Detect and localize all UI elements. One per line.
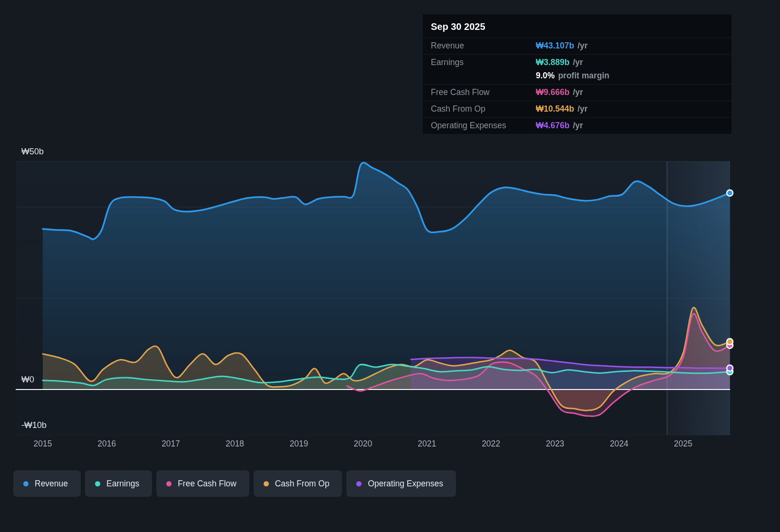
tooltip-row-value: ₩10.544b — [536, 104, 574, 114]
tooltip-row-label: Free Cash Flow — [431, 87, 536, 97]
x-axis-label: 2022 — [482, 439, 500, 449]
x-axis-label: 2016 — [97, 439, 116, 449]
tooltip-rows: Revenue₩43.107b/yrEarnings₩3.889b/yr9.0%… — [423, 38, 732, 134]
y-axis-label: ₩0 — [21, 375, 34, 385]
tooltip-row-cash-from-op: Cash From Op₩10.544b/yr — [423, 101, 732, 117]
x-axis-label: 2015 — [34, 439, 52, 449]
earnings-dot-icon — [95, 481, 100, 486]
legend: RevenueEarningsFree Cash FlowCash From O… — [13, 470, 456, 497]
x-axis-label: 2021 — [418, 439, 436, 449]
tooltip-row-operating-expenses: Operating Expenses₩4.676b/yr — [423, 117, 732, 134]
tooltip-row-value: ₩43.107b — [536, 41, 574, 51]
tooltip-row-value: ₩9.666b — [536, 87, 570, 97]
tooltip-row-value: ₩3.889b — [536, 57, 570, 67]
legend-item-earnings[interactable]: Earnings — [85, 470, 152, 497]
tooltip-row-value: ₩4.676b — [536, 121, 570, 131]
legend-item-label: Operating Expenses — [368, 479, 443, 489]
y-axis-label: ₩50b — [21, 147, 44, 157]
tooltip-row-free-cash-flow: Free Cash Flow₩9.666b/yr — [423, 84, 732, 101]
x-axis-label: 2023 — [546, 439, 564, 449]
x-axis-label: 2019 — [290, 439, 308, 449]
tooltip-row-profit-margin: 9.0%profit margin — [423, 71, 732, 84]
legend-item-label: Earnings — [106, 479, 139, 489]
revenue-dot-icon — [23, 481, 29, 486]
tooltip-row-suffix: /yr — [578, 41, 588, 51]
tooltip-row-suffix: /yr — [573, 87, 583, 97]
legend-item-revenue[interactable]: Revenue — [13, 470, 81, 497]
cash-from-op-dot-icon — [264, 481, 269, 486]
tooltip-row-label: Operating Expenses — [431, 121, 536, 131]
tooltip-row-earnings: Earnings₩3.889b/yr — [423, 54, 732, 71]
x-axis-label: 2018 — [226, 439, 244, 449]
x-axis-label: 2020 — [354, 439, 372, 449]
x-axis-label: 2024 — [610, 439, 628, 449]
tooltip-panel: Sep 30 2025 Revenue₩43.107b/yrEarnings₩3… — [423, 14, 732, 134]
tooltip-row-label: Cash From Op — [431, 104, 536, 114]
tooltip-row-label: Earnings — [431, 57, 536, 67]
free-cash-flow-dot-icon — [166, 481, 171, 486]
legend-item-label: Free Cash Flow — [178, 479, 237, 489]
x-axis-label: 2025 — [674, 439, 693, 449]
tooltip-row-suffix: /yr — [573, 57, 583, 67]
tooltip-row-suffix: profit margin — [558, 71, 609, 81]
tooltip-row-suffix: /yr — [573, 121, 583, 131]
tooltip-row-revenue: Revenue₩43.107b/yr — [423, 38, 732, 54]
legend-item-operating-expenses[interactable]: Operating Expenses — [346, 470, 456, 497]
tooltip-row-value: 9.0% — [536, 71, 555, 81]
legend-item-free-cash-flow[interactable]: Free Cash Flow — [156, 470, 249, 497]
tooltip-row-suffix: /yr — [578, 104, 588, 114]
legend-item-label: Cash From Op — [275, 479, 330, 489]
legend-item-label: Revenue — [35, 479, 68, 489]
legend-item-cash-from-op[interactable]: Cash From Op — [254, 470, 342, 497]
tooltip-date: Sep 30 2025 — [423, 14, 732, 38]
operating-expenses-dot-icon — [356, 481, 361, 486]
tooltip-row-label: Revenue — [431, 41, 536, 51]
y-axis-label: -₩10b — [21, 420, 47, 430]
x-axis-label: 2017 — [162, 439, 180, 449]
